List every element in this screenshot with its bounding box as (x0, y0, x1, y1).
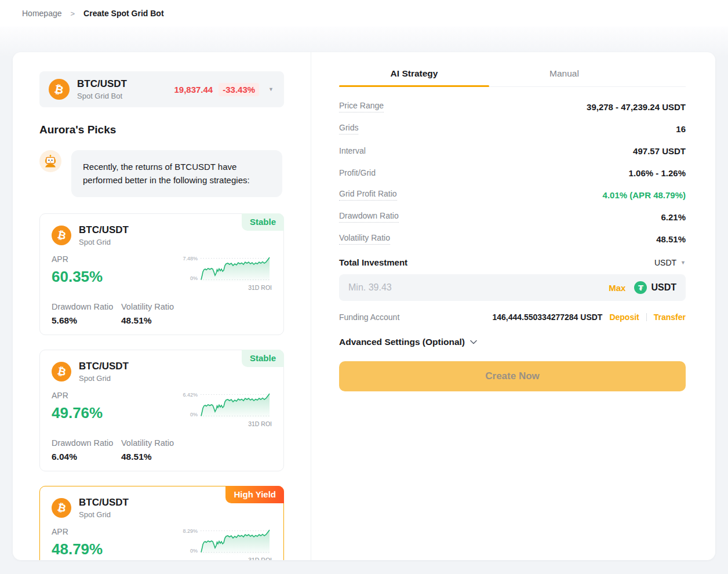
main-panel: ₿ BTC/USDT Spot Grid Bot 19,837.44 -33.4… (13, 52, 715, 560)
robot-icon (39, 150, 61, 172)
param-row-interval: Interval 497.57 USDT (339, 140, 686, 162)
btc-icon: ₿ (52, 498, 71, 518)
param-row-grid-profit-ratio: Grid Profit Ratio 4.01% (APR 48.79%) (339, 184, 686, 206)
tab-manual[interactable]: Manual (489, 60, 639, 86)
chart-max-label: 8.29% (179, 528, 198, 534)
param-row-profit-grid: Profit/Grid 1.06% - 1.26% (339, 162, 686, 184)
chevron-down-icon[interactable]: ▼ (268, 86, 274, 92)
param-row-grids: Grids 16 (339, 118, 686, 140)
param-label: Profit/Grid (339, 168, 376, 177)
strategy-tabs: AI Strategy Manual (339, 60, 686, 87)
investment-input-box: Max ₮ USDT (339, 274, 686, 301)
apr-value: 60.35% (52, 268, 103, 286)
advanced-settings-label: Advanced Settings (Optional) (339, 337, 465, 347)
strategy-card-stable-2[interactable]: Stable ₿ BTC/USDT Spot Grid APR 49.76% 6… (39, 350, 284, 471)
strategy-card-high-yield[interactable]: High Yield ₿ BTC/USDT Spot Grid APR 48.7… (39, 486, 284, 561)
strategy-card-stable-1[interactable]: Stable ₿ BTC/USDT Spot Grid APR 60.35% 7… (39, 213, 284, 335)
apr-label: APR (52, 255, 103, 264)
param-value: 1.06% - 1.26% (629, 168, 686, 178)
total-investment-label: Total Investment (339, 257, 407, 267)
divider (646, 313, 647, 321)
advanced-settings-toggle[interactable]: Advanced Settings (Optional) (339, 337, 686, 347)
volatility-label: Volatility Ratio (121, 302, 174, 311)
btc-icon: ₿ (52, 226, 71, 245)
usdt-tether-icon: ₮ (634, 281, 647, 294)
chevron-down-icon: ▼ (680, 260, 686, 266)
param-label: Grids (339, 123, 358, 135)
btc-icon: ₿ (52, 362, 71, 382)
chart-caption: 31D ROI (179, 557, 272, 561)
param-label: Grid Profit Ratio (339, 189, 397, 201)
pair-price: 19,837.44 (174, 85, 213, 95)
breadcrumb-homepage-link[interactable]: Homepage (22, 9, 62, 18)
card-pair-name: BTC/USDT (79, 497, 129, 508)
card-pair-subtitle: Spot Grid (79, 238, 129, 246)
chart-max-label: 6.42% (179, 392, 198, 398)
btc-icon: ₿ (49, 79, 70, 100)
pair-selector[interactable]: ₿ BTC/USDT Spot Grid Bot 19,837.44 -33.4… (39, 71, 284, 107)
card-pair-name: BTC/USDT (79, 361, 129, 372)
drawdown-label: Drawdown Ratio (52, 302, 121, 311)
drawdown-value: 5.68% (52, 315, 121, 326)
transfer-link[interactable]: Transfer (654, 313, 686, 322)
volatility-value: 48.51% (121, 452, 174, 462)
sparkline-svg (200, 528, 271, 555)
param-label: Interval (339, 146, 366, 155)
chart-max-label: 7.48% (179, 256, 198, 261)
funding-balance: 146,444.550334277284 USDT (492, 313, 602, 322)
pair-name: BTC/USDT (77, 78, 127, 90)
sparkline-svg (200, 256, 271, 282)
breadcrumb-separator: > (71, 9, 75, 18)
strategy-parameters: Price Range 39,278 - 47,239.24 USDT Grid… (339, 96, 686, 250)
pair-change-badge: -33.43% (219, 83, 259, 96)
param-label: Volatility Ratio (339, 233, 390, 245)
chart-min-label: 0% (179, 412, 198, 417)
volatility-label: Volatility Ratio (121, 438, 174, 448)
apr-value: 48.79% (52, 540, 103, 558)
funding-account-row: Funding Account 146,444.550334277284 USD… (339, 313, 686, 322)
roi-sparkline-chart: 6.42% 0% 31D ROI (179, 392, 272, 427)
breadcrumb: Homepage > Create Spot Grid Bot (0, 0, 728, 27)
max-button[interactable]: Max (609, 283, 625, 293)
param-row-volatility-ratio: Volatility Ratio 48.51% (339, 228, 686, 250)
apr-value: 49.76% (52, 404, 103, 422)
volatility-value: 48.51% (121, 315, 174, 326)
card-pair-subtitle: Spot Grid (79, 374, 129, 383)
chart-caption: 31D ROI (179, 284, 272, 291)
page-title: Create Spot Grid Bot (83, 9, 163, 18)
chart-min-label: 0% (179, 548, 198, 554)
advisor-message-row: Recently, the returns of BTCUSDT have pe… (39, 150, 284, 197)
investment-amount-input[interactable] (348, 282, 609, 293)
strategy-config-panel: AI Strategy Manual Price Range 39,278 - … (311, 52, 715, 560)
chevron-down-icon (470, 340, 477, 344)
card-pair-subtitle: Spot Grid (79, 510, 129, 519)
create-now-button[interactable]: Create Now (339, 361, 686, 391)
currency-selected: USDT (654, 258, 676, 267)
drawdown-label: Drawdown Ratio (52, 438, 121, 448)
param-label: Price Range (339, 101, 384, 112)
roi-sparkline-chart: 8.29% 0% 31D ROI (179, 528, 272, 561)
param-value: 48.51% (656, 234, 686, 244)
pair-subtitle: Spot Grid Bot (77, 92, 127, 100)
param-value: 16 (676, 124, 686, 134)
tab-ai-strategy[interactable]: AI Strategy (339, 60, 489, 86)
stable-badge: Stable (242, 350, 284, 367)
left-column: ₿ BTC/USDT Spot Grid Bot 19,837.44 -33.4… (13, 52, 311, 560)
advisor-message: Recently, the returns of BTCUSDT have pe… (71, 150, 282, 197)
investment-unit: USDT (651, 282, 676, 293)
chart-min-label: 0% (179, 275, 198, 281)
funding-account-label: Funding Account (339, 313, 399, 322)
deposit-link[interactable]: Deposit (609, 313, 639, 322)
stable-badge: Stable (242, 213, 284, 231)
apr-label: APR (52, 527, 103, 536)
currency-selector[interactable]: USDT ▼ (654, 258, 686, 267)
param-value: 4.01% (APR 48.79%) (603, 190, 686, 200)
card-pair-name: BTC/USDT (79, 224, 129, 236)
apr-label: APR (52, 391, 103, 400)
high-yield-badge: High Yield (225, 486, 284, 503)
chart-caption: 31D ROI (179, 420, 272, 427)
sparkline-svg (200, 392, 271, 419)
roi-sparkline-chart: 7.48% 0% 31D ROI (179, 256, 272, 291)
param-value: 39,278 - 47,239.24 USDT (587, 102, 686, 112)
param-value: 6.21% (661, 212, 686, 222)
